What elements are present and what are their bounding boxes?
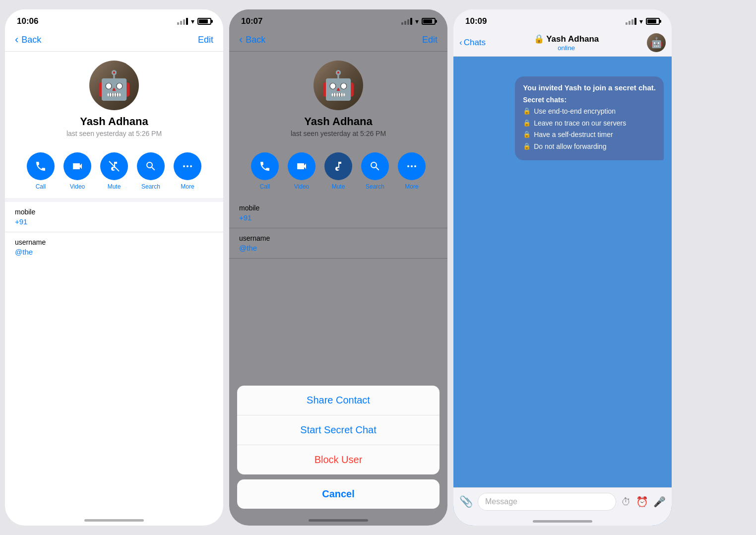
lock-icon-chat: 🔒	[534, 34, 546, 44]
more-label-2: More	[405, 183, 418, 190]
more-button-1[interactable]: More	[174, 152, 201, 190]
info-value-username-2[interactable]: @the	[239, 244, 438, 252]
edit-button-2[interactable]: Edit	[422, 35, 438, 45]
info-row-username-2: username @the	[229, 228, 447, 259]
back-label-1: Back	[21, 35, 41, 45]
battery-icon-2	[422, 18, 436, 25]
wifi-icon-2: ▾	[415, 17, 419, 25]
svg-point-2	[187, 165, 189, 167]
action-buttons-1: Call Video Mute Search More	[5, 144, 223, 202]
info-value-mobile-1[interactable]: +91	[15, 217, 213, 226]
block-user-button[interactable]: Block User	[237, 445, 440, 474]
more-icon-1	[174, 152, 201, 180]
call-button-1[interactable]: Call	[27, 152, 55, 190]
profile-status-2: last seen yesterday at 5:26 PM	[291, 130, 386, 137]
chats-back-label: Chats	[464, 38, 486, 48]
nav-bar-2: ‹ Back Edit	[229, 30, 447, 52]
mic-icon[interactable]: 🎤	[653, 496, 666, 508]
mute-button-1[interactable]: Mute	[100, 152, 128, 190]
mute-icon-2	[324, 152, 352, 180]
info-value-username-1[interactable]: @the	[15, 248, 213, 256]
call-label-2: Call	[260, 183, 270, 190]
timer-icon[interactable]: ⏱	[621, 496, 631, 508]
info-label-username-1: username	[15, 238, 213, 246]
info-value-mobile-2[interactable]: +91	[239, 213, 438, 222]
action-sheet: Share Contact Start Secret Chat Block Us…	[229, 381, 447, 526]
avatar-2: 🤖	[314, 61, 363, 110]
search-button-2[interactable]: Search	[361, 152, 389, 190]
bubble-title: You invited Yash to join a secret chat.	[523, 83, 656, 92]
svg-point-5	[411, 165, 413, 167]
profile-section-2: 🤖 Yash Adhana last seen yesterday at 5:2…	[229, 52, 447, 144]
status-icons-2: ▾	[401, 17, 436, 25]
attachment-icon[interactable]: 📎	[459, 495, 473, 508]
video-icon-2	[288, 152, 315, 180]
profile-section-1: 🤖 Yash Adhana last seen yesterday at 5:2…	[5, 52, 223, 144]
home-indicator-3	[533, 520, 592, 523]
back-button-1[interactable]: ‹ Back	[15, 33, 41, 46]
call-label-1: Call	[36, 183, 46, 190]
phone-2: 10:07 ▾ ‹ Back Edit 🤖 Yash Adhana last s…	[229, 9, 447, 526]
bubble-item-2: 🔒 Have a self-destruct timer	[523, 130, 656, 140]
chat-messages: You invited Yash to join a secret chat. …	[453, 67, 672, 170]
video-icon-1	[63, 152, 91, 180]
chats-back-button[interactable]: ‹ Chats	[459, 38, 486, 48]
status-bar-3: 10:09 ▾	[453, 9, 672, 30]
search-icon-1	[137, 152, 165, 180]
info-row-username-1: username @the	[5, 232, 223, 262]
mute-label-1: Mute	[108, 183, 121, 190]
lock-icon-0: 🔒	[523, 107, 531, 116]
profile-name-2: Yash Adhana	[304, 115, 372, 128]
message-input[interactable]: Message	[478, 493, 616, 511]
clock-icon[interactable]: ⏰	[636, 496, 648, 508]
chat-input-icons: ⏱ ⏰ 🎤	[621, 496, 666, 508]
lock-icon-3: 🔒	[523, 142, 531, 151]
action-sheet-group: Share Contact Start Secret Chat Block Us…	[237, 386, 440, 474]
chat-status: online	[558, 44, 575, 52]
search-icon-2	[361, 152, 389, 180]
bubble-item-3: 🔒 Do not allow forwarding	[523, 142, 656, 152]
video-label-1: Video	[70, 183, 85, 190]
phone-1: 10:06 ▾ ‹ Back Edit 🤖 Yash Adhana last s…	[5, 9, 223, 526]
bubble-item-0: 🔒 Use end-to-end encryption	[523, 107, 656, 117]
svg-point-6	[414, 165, 416, 167]
chat-avatar[interactable]: 🤖	[647, 33, 666, 52]
share-contact-button[interactable]: Share Contact	[237, 386, 440, 415]
home-indicator-1	[84, 519, 144, 522]
video-button-2[interactable]: Video	[288, 152, 315, 190]
lock-icon-2: 🔒	[523, 130, 531, 139]
signal-icon-3	[626, 18, 636, 25]
mute-button-2[interactable]: Mute	[324, 152, 352, 190]
profile-name-1: Yash Adhana	[80, 115, 148, 128]
video-label-2: Video	[294, 183, 309, 190]
chat-background: You invited Yash to join a secret chat. …	[453, 57, 672, 526]
search-button-1[interactable]: Search	[137, 152, 165, 190]
battery-icon	[197, 18, 211, 25]
call-button-2[interactable]: Call	[251, 152, 279, 190]
info-label-mobile-2: mobile	[239, 204, 438, 212]
status-bar-2: 10:07 ▾	[229, 9, 447, 30]
info-row-mobile-2: mobile +91	[229, 198, 447, 228]
more-icon-2	[398, 152, 426, 180]
time-2: 10:07	[241, 16, 262, 26]
more-button-2[interactable]: More	[398, 152, 426, 190]
start-secret-chat-button[interactable]: Start Secret Chat	[237, 415, 440, 445]
signal-icon	[177, 18, 188, 25]
back-button-2[interactable]: ‹ Back	[239, 33, 265, 46]
phone-3: 10:09 ▾ ‹ Chats 🔒 Yash Adhana online 🤖	[453, 9, 672, 526]
info-section-2: mobile +91 username @the	[229, 198, 447, 259]
battery-icon-3	[646, 18, 660, 25]
avatar-1: 🤖	[89, 61, 139, 110]
signal-icon-2	[401, 18, 412, 25]
chat-title: 🔒 Yash Adhana online	[534, 34, 599, 52]
edit-button-1[interactable]: Edit	[198, 35, 213, 45]
call-icon-2	[251, 152, 279, 180]
cancel-button[interactable]: Cancel	[237, 479, 440, 509]
chevron-left-icon-3: ‹	[459, 38, 462, 48]
search-label-1: Search	[141, 183, 160, 190]
svg-point-3	[190, 165, 192, 167]
video-button-1[interactable]: Video	[63, 152, 91, 190]
mute-icon-1	[100, 152, 128, 180]
action-buttons-2: Call Video Mute Search More	[229, 144, 447, 198]
status-bar-1: 10:06 ▾	[5, 9, 223, 30]
